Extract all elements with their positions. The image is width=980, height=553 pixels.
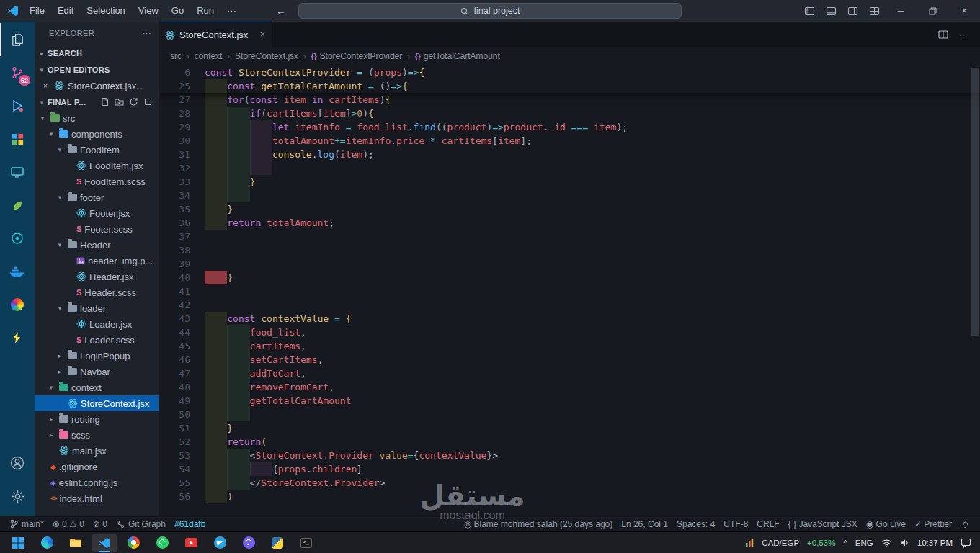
menu-file[interactable]: File [23,0,51,22]
tree-item-fooditem[interactable]: ▾FoodItem [35,142,159,158]
code-line-47[interactable]: 47addToCart, [159,367,980,380]
code-line-54[interactable]: 54{props.children} [159,462,980,476]
code-line-43[interactable]: 43const contextValue = { [159,312,980,325]
code-line-48[interactable]: 48removeFromCart, [159,380,980,394]
tree-item-components[interactable]: ▾components [35,126,159,142]
currency-change[interactable]: +0,53% [807,539,835,547]
status-cursor-position[interactable]: Ln 26, Col 1 [617,516,672,531]
taskbar-start[interactable] [6,534,30,552]
status-indentation[interactable]: Spaces: 4 [672,516,719,531]
breadcrumb-context[interactable]: context [195,51,223,61]
breadcrumb-gettotalcartamount[interactable]: {}getTotalCartAmount [415,51,500,61]
code-line-49[interactable]: 49getTotalCartAmount [159,394,980,408]
taskbar-file-explorer[interactable] [63,534,88,552]
command-center-search[interactable]: final project [298,3,682,19]
new-folder-icon[interactable] [115,97,124,107]
restore-button[interactable] [917,0,948,22]
tree-item-header-scss[interactable]: SHeader.scss [35,284,159,300]
taskbar-python[interactable] [265,534,290,552]
tree-item-footer-jsx[interactable]: Footer.jsx [35,205,159,221]
activity-item-remote-explorer[interactable] [0,156,35,189]
code-area[interactable]: 6const StoreContextProvider = (props)=>{… [159,66,980,516]
sidebar-more-icon[interactable]: ··· [143,29,151,37]
status-git-graph[interactable]: Git Graph [112,516,170,531]
activity-item-run-debug[interactable] [0,89,35,122]
code-line-35[interactable]: 35} [159,202,980,216]
menu-edit[interactable]: Edit [51,0,80,22]
status-notifications[interactable] [956,516,974,531]
notification-center-icon[interactable] [961,537,971,548]
code-line-6[interactable]: 6const StoreContextProvider = (props)=>{ [159,66,980,79]
clock[interactable]: 10:37 PM [917,539,953,547]
status-problems[interactable]: ⊗ 0 ⚠ 0 [48,516,89,531]
section-open-editors[interactable]: ▾ OPEN EDITORS [35,61,159,78]
activity-item-material-theme[interactable] [0,189,35,222]
menu-selection[interactable]: Selection [80,0,131,22]
status-eol[interactable]: CRLF [752,516,783,531]
status-color-decorator[interactable]: #61dafb [170,516,210,531]
status-gitlens-blame[interactable]: ◎ Blame mohmed salah (25 days ago) [460,516,618,531]
activity-item-gitlens[interactable] [0,222,35,255]
ellipsis-icon[interactable]: ··· [958,29,970,40]
tree-item-storecontext-jsx[interactable]: StoreContext.jsx [35,395,159,411]
code-line-36[interactable]: 36return totalAmount; [159,216,980,230]
tree-item--gitignore[interactable]: ◆.gitignore [35,459,159,475]
taskbar-telegram[interactable] [208,534,232,552]
language-indicator[interactable]: ENG [855,539,873,547]
code-line-29[interactable]: 29let itemInfo = food_list.find((product… [159,120,980,134]
status-prettier[interactable]: ✓ Prettier [910,516,956,531]
status-encoding[interactable]: UTF-8 [719,516,752,531]
breadcrumb-storecontextprovider[interactable]: {}StoreContextProvider [311,51,403,61]
taskbar-terminal[interactable]: >_ [294,534,318,552]
code-line-55[interactable]: 55</StoreContext.Provider> [159,476,980,490]
close-button[interactable]: × [948,0,980,22]
code-line-37[interactable]: 37 [159,230,980,243]
minimize-button[interactable]: ─ [885,0,917,22]
menu-[interactable]: ··· [220,0,243,22]
tree-item-loader-jsx[interactable]: Loader.jsx [35,316,159,332]
tree-item-context[interactable]: ▾context [35,379,159,395]
hidden-icons-chevron[interactable]: ^ [843,539,847,547]
section-search[interactable]: ▸ SEARCH [35,45,159,61]
code-line-30[interactable]: 30totalAmount+=itemInfo.price * cartItem… [159,134,980,148]
code-line-53[interactable]: 53<StoreContext.Provider value={contextV… [159,449,980,462]
code-line-27[interactable]: 27for(const item in cartItems){ [159,93,980,107]
taskbar-vscode[interactable] [92,534,117,552]
code-line-40[interactable]: 40} [159,271,980,284]
tree-item-header-img-p---[interactable]: header_img.p... [35,253,159,269]
activity-item-extensions[interactable] [0,122,35,156]
refresh-icon[interactable] [129,97,138,107]
tree-item-routing[interactable]: ▸routing [35,411,159,427]
activity-item-account[interactable] [0,446,35,480]
menu-run[interactable]: Run [190,0,220,22]
tab-storecontext[interactable]: StoreContext.jsx × [159,22,272,47]
close-icon[interactable]: × [40,81,50,90]
tree-item-eslint-config-js[interactable]: ◈eslint.config.js [35,475,159,490]
taskbar-edge[interactable] [35,534,59,552]
code-line-28[interactable]: 28if(cartItems[item]>0){ [159,107,980,120]
code-line-42[interactable]: 42 [159,298,980,312]
activity-item-thunder-client[interactable] [0,321,35,354]
tree-item-loginpopup[interactable]: ▸LoginPopup [35,348,159,364]
activity-item-settings-sync[interactable] [0,288,35,321]
breadcrumb-storecontext-jsx[interactable]: StoreContext.jsx [235,51,298,61]
status-git-branch[interactable]: main* [6,516,48,531]
menu-view[interactable]: View [132,0,165,22]
activity-item-docker[interactable] [0,255,35,288]
section-workspace[interactable]: ▾ FINAL P... [35,94,159,110]
code-line-34[interactable]: 34 [159,189,980,202]
split-editor-icon[interactable] [938,30,948,40]
tree-item-footer-scss[interactable]: SFooter.scss [35,221,159,237]
tree-item-footer[interactable]: ▾footer [35,189,159,205]
code-line-56[interactable]: 56) [159,490,980,503]
activity-item-settings[interactable] [0,480,35,513]
code-line-39[interactable]: 39 [159,257,980,271]
code-line-52[interactable]: 52return( [159,435,980,449]
taskbar-viber[interactable] [236,534,261,552]
tree-item-loader-scss[interactable]: SLoader.scss [35,332,159,348]
code-line-33[interactable]: 33} [159,175,980,189]
tree-item-navbar[interactable]: ▸Navbar [35,364,159,379]
activity-item-explorer[interactable] [0,23,35,56]
toggle-secondary-sidebar-icon[interactable] [842,0,863,22]
customize-layout-icon[interactable] [863,0,885,22]
